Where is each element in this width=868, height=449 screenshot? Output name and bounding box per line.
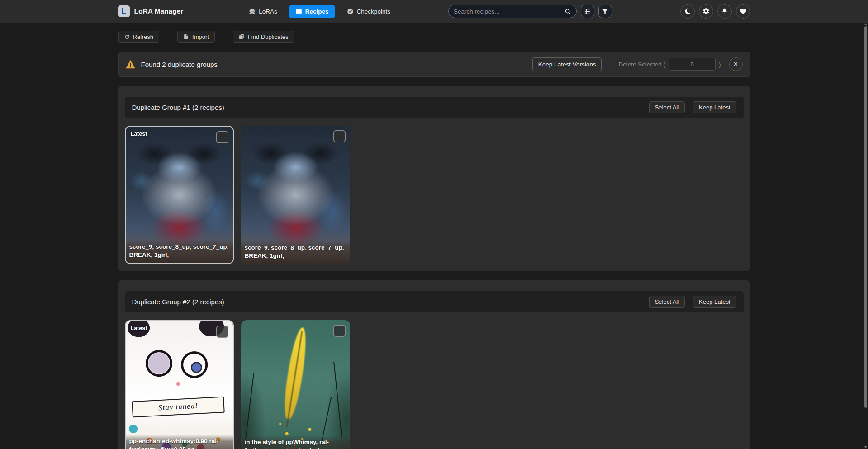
app-title: LoRA Manager	[134, 7, 184, 15]
scroll-up-arrow[interactable]	[864, 23, 868, 25]
recipe-caption: score_9, score_8_up, score_7_up, BREAK, …	[241, 241, 350, 264]
heart-icon	[740, 8, 747, 15]
recipe-checkbox[interactable]	[333, 130, 346, 142]
feather-art	[281, 326, 310, 420]
recipe-card[interactable]: Latest score_9, score_8_up, score_7_up, …	[125, 126, 234, 264]
delete-selected-count: 0	[669, 58, 716, 71]
tab-recipes-label: Recipes	[305, 8, 329, 15]
delete-selected-prefix: Delete Selected (	[618, 61, 665, 68]
recipe-card[interactable]: score_9, score_8_up, score_7_up, BREAK, …	[241, 126, 350, 264]
moon-icon	[684, 8, 691, 15]
group-2-header: Duplicate Group #2 (2 recipes) Select Al…	[125, 291, 744, 312]
search-box	[448, 5, 577, 18]
check-circle-icon	[347, 8, 354, 15]
search-input[interactable]	[454, 8, 564, 15]
group-1-select-all-button[interactable]: Select All	[649, 101, 685, 113]
recipe-caption: in the style of ppWhimsy, ral-frctlgmtry…	[241, 435, 350, 449]
latest-badge: Latest	[131, 325, 147, 331]
search-icon	[564, 8, 571, 15]
recipe-image: Stay tuned!	[126, 321, 233, 449]
sliders-icon	[584, 8, 591, 15]
toolbar: Refresh Import Find Duplicates	[118, 31, 750, 43]
gear-icon	[702, 8, 710, 15]
duplicates-icon	[239, 34, 245, 40]
recipe-caption: score_9, score_8_up, score_7_up, BREAK, …	[126, 240, 233, 263]
branch-art	[333, 362, 342, 438]
recipe-checkbox[interactable]	[216, 326, 228, 338]
group-1-header: Duplicate Group #1 (2 recipes) Select Al…	[125, 97, 744, 118]
find-duplicates-label: Find Duplicates	[248, 33, 289, 40]
tab-loras[interactable]: LoRAs	[249, 8, 277, 15]
scrollbar	[864, 23, 867, 449]
funnel-icon	[602, 8, 608, 15]
branch-art	[245, 373, 254, 440]
recipe-checkbox[interactable]	[216, 131, 228, 143]
recipe-caption: pp-enchanted-whimsy:0.90 ral-frctlgmtry_…	[126, 435, 233, 449]
group-1-title: Duplicate Group #1 (2 recipes)	[132, 104, 224, 111]
duplicates-banner: Found 2 duplicate groups Keep Latest Ver…	[118, 52, 750, 77]
filter-button[interactable]	[598, 5, 612, 18]
recipe-card[interactable]: Stay tuned! Latest pp-enchanted-whimsy:0…	[125, 320, 234, 449]
group-2-title: Duplicate Group #2 (2 recipes)	[132, 298, 224, 306]
scroll-down-arrow[interactable]	[864, 446, 868, 448]
tab-loras-label: LoRAs	[259, 8, 277, 15]
refresh-button[interactable]: Refresh	[118, 31, 160, 43]
app-logo[interactable]: L	[118, 5, 130, 17]
navbar: L LoRA Manager LoRAs Recipes Checkpoints	[0, 0, 868, 23]
find-duplicates-button[interactable]: Find Duplicates	[233, 31, 294, 43]
warning-icon	[126, 60, 135, 69]
logo-letter: L	[122, 7, 126, 15]
duplicate-group-2: Duplicate Group #2 (2 recipes) Select Al…	[118, 280, 750, 449]
favorites-button[interactable]	[736, 4, 750, 19]
scrollbar-thumb[interactable]	[864, 26, 867, 408]
theme-toggle-button[interactable]	[680, 4, 695, 19]
layers-icon	[249, 8, 256, 15]
tab-recipes[interactable]: Recipes	[289, 5, 335, 18]
import-label: Import	[192, 33, 209, 40]
file-import-icon	[183, 34, 189, 40]
group-2-keep-latest-button[interactable]: Keep Latest	[693, 296, 736, 308]
close-icon: ×	[734, 61, 738, 68]
refresh-label: Refresh	[133, 33, 154, 40]
search-settings-button[interactable]	[581, 5, 594, 18]
duplicate-group-1: Duplicate Group #1 (2 recipes) Select Al…	[118, 86, 750, 271]
banner-message: Found 2 duplicate groups	[141, 61, 218, 68]
import-button[interactable]: Import	[177, 31, 215, 43]
navbar-icon-cluster	[680, 4, 750, 19]
latest-badge: Latest	[131, 131, 147, 137]
bell-icon	[721, 8, 728, 15]
delete-selected-suffix: )	[719, 61, 721, 68]
recipe-checkbox[interactable]	[333, 325, 346, 337]
notifications-button[interactable]	[717, 4, 732, 19]
nav-tabs: LoRAs Recipes Checkpoints	[249, 5, 390, 18]
group-1-keep-latest-button[interactable]: Keep Latest	[693, 101, 736, 113]
settings-button[interactable]	[699, 4, 713, 19]
recipe-image-sign-text: Stay tuned!	[132, 397, 224, 418]
book-icon	[295, 8, 302, 15]
group-2-select-all-button[interactable]: Select All	[649, 296, 685, 308]
refresh-icon	[124, 34, 130, 40]
keep-latest-versions-button[interactable]: Keep Latest Versions	[532, 57, 602, 71]
banner-close-button[interactable]: ×	[729, 57, 743, 71]
recipe-image	[241, 320, 350, 449]
recipe-card[interactable]: in the style of ppWhimsy, ral-frctlgmtry…	[241, 320, 350, 449]
tab-checkpoints-label: Checkpoints	[357, 8, 390, 15]
tab-checkpoints[interactable]: Checkpoints	[347, 8, 390, 15]
delete-selected-button[interactable]: Delete Selected ( 0 )	[610, 58, 721, 71]
